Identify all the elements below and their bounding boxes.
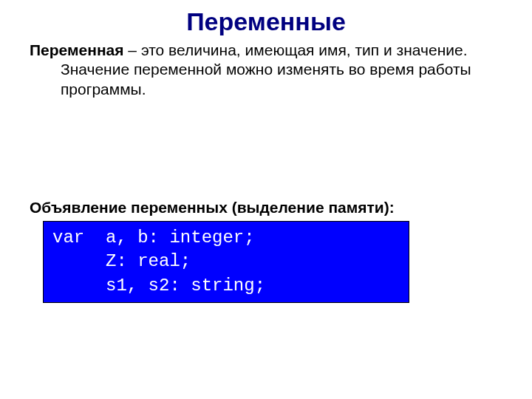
spacer: [30, 99, 502, 199]
code-block: var a, b: integer; Z: real; s1, s2: stri…: [43, 221, 409, 303]
code-line-2: Z: real;: [52, 251, 191, 271]
page-title: Переменные: [30, 7, 502, 36]
slide-container: Переменные Переменная – это величина, им…: [0, 0, 532, 303]
definition-paragraph: Переменная – это величина, имеющая имя, …: [30, 41, 502, 99]
code-line-3: s1, s2: string;: [52, 276, 265, 296]
code-line-1: var a, b: integer;: [52, 228, 255, 248]
definition-term: Переменная: [30, 41, 124, 58]
subheading: Объявление переменных (выделение памяти)…: [30, 199, 502, 216]
